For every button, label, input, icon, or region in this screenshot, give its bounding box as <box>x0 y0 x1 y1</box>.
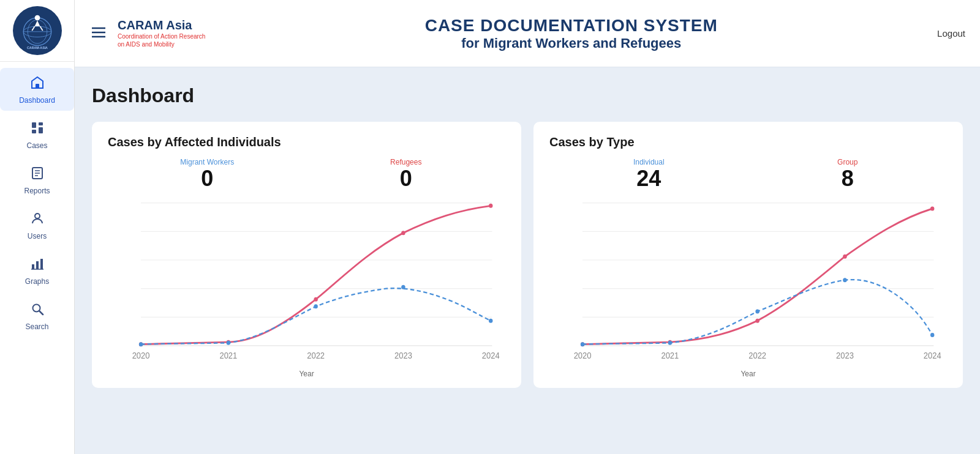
main-area: CARAM Asia Coordination of Action Resear… <box>75 0 980 454</box>
svg-point-38 <box>314 297 317 302</box>
chart-affected-svg-area: 2020 2021 2022 2023 2024 <box>108 196 505 367</box>
chart-by-type: Cases by Type Individual 24 Group 8 <box>533 122 963 388</box>
chart-type-stats: Individual 24 Group 8 <box>549 158 947 190</box>
cases-icon <box>30 121 45 139</box>
svg-point-60 <box>843 255 846 259</box>
svg-point-4 <box>34 15 40 21</box>
svg-point-64 <box>755 310 759 314</box>
svg-text:2020: 2020 <box>574 351 592 361</box>
svg-point-61 <box>930 207 934 211</box>
header: CARAM Asia Coordination of Action Resear… <box>75 0 980 67</box>
svg-text:2021: 2021 <box>661 351 679 361</box>
sidebar-item-reports[interactable]: Reports <box>0 158 74 201</box>
migrant-workers-stat: Migrant Workers 0 <box>108 158 307 190</box>
chart-type-title: Cases by Type <box>549 135 947 149</box>
svg-point-41 <box>139 342 143 346</box>
chart-affected-individuals: Cases by Affected Individuals Migrant Wo… <box>92 122 521 388</box>
svg-text:2020: 2020 <box>132 351 150 361</box>
svg-line-21 <box>39 311 43 315</box>
svg-rect-10 <box>39 127 43 133</box>
brand: CARAM Asia Coordination of Action Resear… <box>118 18 205 48</box>
content-area: Dashboard Cases by Affected Individuals … <box>75 67 980 454</box>
sidebar-item-cases[interactable]: Cases <box>0 113 74 156</box>
svg-rect-9 <box>32 130 36 133</box>
svg-point-42 <box>227 341 230 345</box>
header-title: CASE DOCUMENTATION SYSTEM for Migrant Wo… <box>205 16 937 51</box>
svg-rect-6 <box>36 84 39 88</box>
charts-row: Cases by Affected Individuals Migrant Wo… <box>92 122 963 388</box>
sidebar-item-search[interactable]: Search <box>0 294 74 337</box>
sidebar: CARAM-ASIA Dashboard <box>0 0 75 454</box>
svg-point-39 <box>401 231 405 235</box>
svg-text:CARAM-ASIA: CARAM-ASIA <box>27 46 48 50</box>
svg-text:2023: 2023 <box>836 351 854 361</box>
svg-point-66 <box>930 333 934 337</box>
svg-text:2022: 2022 <box>748 351 766 361</box>
group-label: Group <box>837 158 858 166</box>
refugees-value: 0 <box>400 168 412 190</box>
chart-type-svg-area: 2020 2021 2022 2023 2024 <box>549 196 947 367</box>
svg-point-63 <box>668 341 672 345</box>
group-value: 8 <box>842 168 854 190</box>
refugees-label: Refugees <box>390 158 421 166</box>
svg-point-65 <box>843 278 846 282</box>
header-left: CARAM Asia Coordination of Action Resear… <box>89 18 205 48</box>
sidebar-item-users-label: Users <box>28 232 47 240</box>
sidebar-item-cases-label: Cases <box>26 141 47 150</box>
svg-point-45 <box>489 319 492 323</box>
logo-area: CARAM-ASIA <box>0 0 74 62</box>
brand-name: CARAM Asia <box>118 18 205 32</box>
svg-point-59 <box>755 319 759 323</box>
chart-affected-x-label: Year <box>108 370 505 378</box>
svg-rect-7 <box>32 122 36 128</box>
page-title: Dashboard <box>92 84 963 107</box>
chart-affected-stats: Migrant Workers 0 Refugees 0 <box>108 158 505 190</box>
svg-text:2022: 2022 <box>307 351 325 361</box>
individual-label: Individual <box>633 158 665 166</box>
hamburger-button[interactable] <box>89 23 108 44</box>
svg-point-43 <box>314 304 317 308</box>
svg-point-40 <box>489 204 492 208</box>
svg-rect-17 <box>36 261 39 269</box>
svg-text:2021: 2021 <box>219 351 237 361</box>
svg-rect-16 <box>32 264 34 269</box>
search-icon <box>30 302 45 320</box>
svg-point-44 <box>401 285 405 289</box>
sidebar-item-reports-label: Reports <box>24 187 50 195</box>
sidebar-item-graphs[interactable]: Graphs <box>0 249 74 292</box>
sidebar-item-graphs-label: Graphs <box>25 277 49 286</box>
header-title-main: CASE DOCUMENTATION SYSTEM <box>205 16 937 35</box>
migrant-workers-value: 0 <box>201 168 213 190</box>
svg-text:2023: 2023 <box>394 351 412 361</box>
header-title-sub: for Migrant Workers and Refugees <box>205 35 937 51</box>
sidebar-item-dashboard[interactable]: Dashboard <box>0 68 74 111</box>
graphs-icon <box>30 256 45 275</box>
chart-type-x-label: Year <box>549 370 947 378</box>
svg-rect-8 <box>39 122 43 125</box>
users-icon <box>30 211 45 229</box>
sidebar-item-search-label: Search <box>25 322 48 331</box>
brand-sub: Coordination of Action Research on AIDS … <box>118 32 205 48</box>
group-stat: Group 8 <box>748 158 948 190</box>
sidebar-item-dashboard-label: Dashboard <box>19 96 55 105</box>
individual-value: 24 <box>636 168 661 190</box>
svg-rect-18 <box>40 259 43 269</box>
sidebar-item-users[interactable]: Users <box>0 204 74 247</box>
dashboard-icon <box>30 75 45 94</box>
individual-stat: Individual 24 <box>549 158 748 190</box>
migrant-workers-label: Migrant Workers <box>180 158 234 166</box>
svg-text:2024: 2024 <box>482 351 500 361</box>
nav-items: Dashboard Cases <box>0 62 74 338</box>
svg-text:2024: 2024 <box>924 351 941 361</box>
logout-button[interactable]: Logout <box>937 28 965 39</box>
chart-affected-title: Cases by Affected Individuals <box>108 135 505 149</box>
svg-point-62 <box>581 342 584 346</box>
logo: CARAM-ASIA <box>13 6 62 55</box>
reports-icon <box>30 166 45 184</box>
refugees-stat: Refugees 0 <box>307 158 506 190</box>
svg-point-15 <box>35 214 40 218</box>
